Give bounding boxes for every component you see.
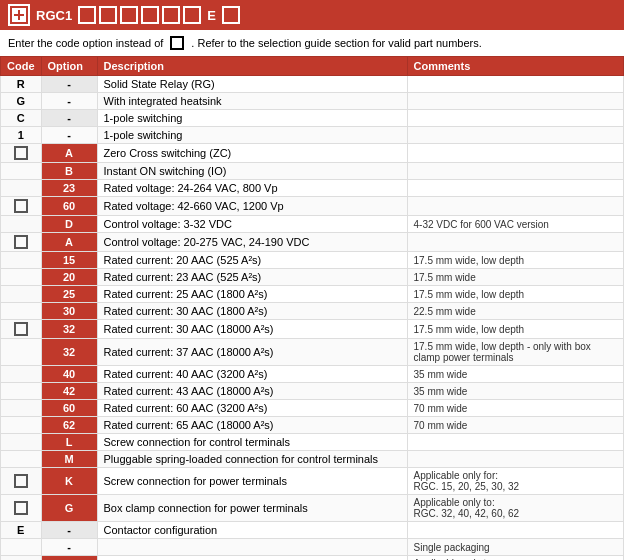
code-cell: R: [1, 76, 42, 93]
option-cell: B: [41, 163, 97, 180]
description-cell: Zero Cross switching (ZC): [97, 144, 407, 163]
table-row: GBox clamp connection for power terminal…: [1, 495, 624, 522]
option-cell: 42: [41, 383, 97, 400]
description-cell: Rated current: 30 AAC (18000 A²s): [97, 320, 407, 339]
code-box-5: [162, 6, 180, 24]
table-row: BInstant ON switching (IO): [1, 163, 624, 180]
intro-before: Enter the code option instead of: [8, 37, 163, 49]
description-cell: Rated current: 23 AAC (525 A²s): [97, 269, 407, 286]
description-cell: Rated current: 30 AAC (1800 A²s): [97, 303, 407, 320]
code-cell: [1, 144, 42, 163]
comment-cell: 17.5 mm wide: [407, 269, 624, 286]
option-cell: 25: [41, 286, 97, 303]
code-cell: [1, 286, 42, 303]
code-cell: [1, 400, 42, 417]
description-cell: Control voltage: 20-275 VAC, 24-190 VDC: [97, 233, 407, 252]
option-cell: -: [41, 127, 97, 144]
comment-cell: 17.5 mm wide, low depth: [407, 252, 624, 269]
code-box-4: [141, 6, 159, 24]
description-cell: 1-pole switching: [97, 127, 407, 144]
comment-cell: [407, 451, 624, 468]
description-cell: Rated current: 60 AAC (3200 A²s): [97, 400, 407, 417]
col-header-description: Description: [97, 57, 407, 76]
comment-cell: 70 mm wide: [407, 400, 624, 417]
table-row: 1-1-pole switching: [1, 127, 624, 144]
comment-cell: Applicable only to: RGC. 15, 25, 32: [407, 556, 624, 560]
option-cell: M: [41, 451, 97, 468]
table-row: 32Rated current: 30 AAC (18000 A²s)17.5 …: [1, 320, 624, 339]
code-box-1: [78, 6, 96, 24]
code-cell: [1, 303, 42, 320]
code-letter-E: E: [207, 8, 216, 23]
code-cell: [1, 451, 42, 468]
intro-text: Enter the code option instead of . Refer…: [0, 30, 624, 56]
code-cell: [1, 233, 42, 252]
description-cell: [97, 539, 407, 556]
code-cell: [1, 383, 42, 400]
code-box-after-E: [222, 6, 240, 24]
table-row: 60Rated current: 60 AAC (3200 A²s)70 mm …: [1, 400, 624, 417]
table-row: MPluggable spring-loaded connection for …: [1, 451, 624, 468]
table-row: 32Rated current: 37 AAC (18000 A²s)17.5 …: [1, 339, 624, 366]
code-cell: [1, 320, 42, 339]
option-cell: 60: [41, 400, 97, 417]
description-cell: Bulk packaging of 20 pcs.: [97, 556, 407, 560]
table-row: 60Rated voltage: 42-660 VAC, 1200 Vp: [1, 197, 624, 216]
description-cell: Rated current: 25 AAC (1800 A²s): [97, 286, 407, 303]
option-cell: K: [41, 468, 97, 495]
comment-cell: 17.5 mm wide, low depth: [407, 320, 624, 339]
description-cell: Instant ON switching (IO): [97, 163, 407, 180]
col-header-option: Option: [41, 57, 97, 76]
comment-cell: [407, 233, 624, 252]
comment-cell: [407, 76, 624, 93]
description-cell: Screw connection for power terminals: [97, 468, 407, 495]
description-cell: Contactor configuration: [97, 522, 407, 539]
comment-cell: [407, 163, 624, 180]
comment-cell: 22.5 mm wide: [407, 303, 624, 320]
comment-cell: [407, 93, 624, 110]
description-cell: Box clamp connection for power terminals: [97, 495, 407, 522]
table-row: C-1-pole switching: [1, 110, 624, 127]
option-cell: 40: [41, 366, 97, 383]
table-row: DControl voltage: 3-32 VDC4-32 VDC for 6…: [1, 216, 624, 233]
table-row: 40Rated current: 40 AAC (3200 A²s)35 mm …: [1, 366, 624, 383]
comment-cell: Applicable only to: RGC. 32, 40, 42, 60,…: [407, 495, 624, 522]
col-header-code: Code: [1, 57, 42, 76]
code-cell: [1, 197, 42, 216]
code-cell: [1, 216, 42, 233]
option-cell: 20: [41, 269, 97, 286]
description-cell: Rated voltage: 42-660 VAC, 1200 Vp: [97, 197, 407, 216]
code-cell: [1, 252, 42, 269]
option-cell: 32: [41, 339, 97, 366]
square-placeholder: [170, 36, 184, 50]
code-boxes: [78, 6, 201, 24]
option-cell: A: [41, 144, 97, 163]
table-row: R-Solid State Relay (RG): [1, 76, 624, 93]
code-cell: [1, 556, 42, 560]
description-cell: Solid State Relay (RG): [97, 76, 407, 93]
comment-cell: 17.5 mm wide, low depth - only with box …: [407, 339, 624, 366]
option-cell: -: [41, 76, 97, 93]
table-row: AControl voltage: 20-275 VAC, 24-190 VDC: [1, 233, 624, 252]
description-cell: Rated current: 65 AAC (18000 A²s): [97, 417, 407, 434]
table-row: E-Contactor configuration: [1, 522, 624, 539]
table-row: 30Rated current: 30 AAC (1800 A²s)22.5 m…: [1, 303, 624, 320]
description-cell: With integrated heatsink: [97, 93, 407, 110]
description-cell: Control voltage: 3-32 VDC: [97, 216, 407, 233]
code-cell: [1, 366, 42, 383]
code-cell: [1, 468, 42, 495]
description-cell: 1-pole switching: [97, 110, 407, 127]
option-cell: 23: [41, 180, 97, 197]
option-cell: 62: [41, 417, 97, 434]
code-cell: 1: [1, 127, 42, 144]
description-cell: Pluggable spring-loaded connection for c…: [97, 451, 407, 468]
comment-cell: 35 mm wide: [407, 383, 624, 400]
comment-cell: 70 mm wide: [407, 417, 624, 434]
header-title: RGC1: [36, 8, 72, 23]
code-box-3: [120, 6, 138, 24]
comment-cell: Single packaging: [407, 539, 624, 556]
code-cell: E: [1, 522, 42, 539]
comment-cell: [407, 434, 624, 451]
code-cell: [1, 163, 42, 180]
description-cell: Rated voltage: 24-264 VAC, 800 Vp: [97, 180, 407, 197]
